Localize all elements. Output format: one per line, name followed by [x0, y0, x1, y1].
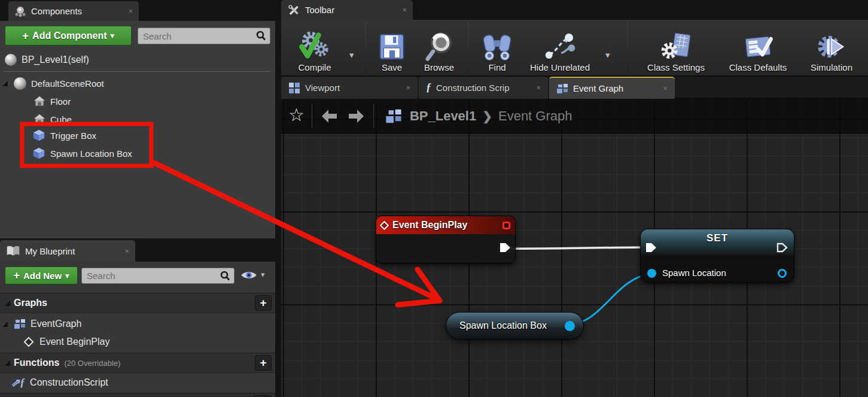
- tab-construction-script[interactable]: ƒ Construction Scrip ×: [419, 77, 548, 99]
- node-header[interactable]: SET: [641, 229, 794, 256]
- graphs-section-label: Graphs: [14, 298, 47, 308]
- expander-arrow-icon[interactable]: [2, 322, 8, 327]
- hide-unrelated-button[interactable]: Hide Unrelated: [522, 20, 598, 75]
- object-output-pin[interactable]: [565, 321, 575, 331]
- node-title: Spawn Location Box: [459, 320, 547, 331]
- tree-item-label: DefaultSceneRoot: [31, 78, 104, 89]
- tab-components-label: Components: [31, 6, 82, 16]
- floppy-icon: [377, 31, 407, 62]
- close-icon[interactable]: ×: [128, 7, 133, 16]
- eye-icon[interactable]: [240, 270, 257, 280]
- add-function-button[interactable]: +: [255, 355, 272, 371]
- class-settings-button[interactable]: Class Settings: [635, 20, 717, 75]
- chevron-down-icon[interactable]: ▾: [261, 270, 265, 279]
- hide-unrelated-chevron-icon[interactable]: ▾: [605, 50, 610, 60]
- hide-unrelated-label: Hide Unrelated: [530, 62, 590, 72]
- event-graph-canvas[interactable]: ☆ BP_Level1 ❯ Event Graph Eve: [281, 99, 868, 397]
- chevron-down-icon: ▾: [111, 31, 115, 40]
- blueprint-editor-window: Components × + Add Component ▾ BP_Level1…: [0, 0, 868, 397]
- tab-my-blueprint[interactable]: My Blueprint ×: [0, 240, 135, 262]
- class-settings-label: Class Settings: [647, 62, 705, 72]
- close-icon[interactable]: ×: [663, 84, 668, 93]
- tab-toolbar[interactable]: Toolbar ×: [281, 0, 413, 20]
- tree-item-cube[interactable]: Cube: [33, 111, 72, 128]
- compile-label: Compile: [298, 62, 331, 72]
- tab-viewport-label: Viewport: [305, 83, 340, 93]
- save-button[interactable]: Save: [371, 20, 413, 75]
- expander-arrow-icon[interactable]: [2, 81, 8, 86]
- toolbar-separator: [627, 22, 628, 74]
- list-item-event-beginplay[interactable]: Event BeginPlay: [23, 334, 109, 350]
- find-button[interactable]: Find: [474, 20, 520, 75]
- expander-arrow-icon[interactable]: [5, 301, 10, 306]
- plus-icon: +: [260, 296, 266, 310]
- tab-toolbar-label: Toolbar: [305, 5, 334, 15]
- add-new-button[interactable]: + Add New ▾: [5, 266, 78, 284]
- exec-output-pin[interactable]: [776, 243, 788, 253]
- tree-item-spawn-location-box[interactable]: Spawn Location Box: [32, 145, 132, 162]
- compile-options-chevron-icon[interactable]: ▾: [349, 50, 354, 60]
- tree-item-defaultsceneroot[interactable]: DefaultSceneRoot: [2, 75, 104, 92]
- my-blueprint-search-input[interactable]: [86, 270, 220, 281]
- left-panel-column: Components × + Add Component ▾ BP_Level1…: [0, 0, 275, 397]
- class-defaults-button[interactable]: Class Defaults: [719, 20, 797, 75]
- list-item-constructionscript[interactable]: ⇗ƒ ConstructionScript: [11, 374, 108, 391]
- close-icon[interactable]: ×: [406, 83, 410, 92]
- tree-item-trigger-box[interactable]: Trigger Box: [32, 127, 96, 144]
- components-search-input[interactable]: [142, 31, 255, 42]
- checklist-icon: [741, 31, 775, 62]
- diamond-icon: [24, 337, 34, 347]
- tab-event-graph[interactable]: Event Graph ×: [549, 77, 675, 99]
- chevron-down-icon: ▾: [65, 271, 69, 280]
- add-graph-button[interactable]: +: [255, 295, 272, 311]
- tab-components[interactable]: Components ×: [8, 1, 139, 21]
- close-icon[interactable]: ×: [402, 5, 407, 14]
- magnifier-icon: [423, 30, 455, 62]
- tab-construction-script-label: Construction Scrip: [436, 83, 510, 93]
- exec-wire[interactable]: [505, 247, 652, 248]
- tree-item-floor[interactable]: Floor: [33, 93, 71, 110]
- node-getter-spawn-location-box[interactable]: Spawn Location Box: [446, 312, 584, 340]
- save-label: Save: [382, 62, 402, 72]
- sphere-icon: [5, 54, 17, 66]
- grid-squares-icon: [288, 82, 300, 94]
- add-new-label: Add New: [23, 271, 62, 281]
- binoculars-icon: [480, 31, 514, 62]
- object-input-pin[interactable]: [647, 269, 656, 278]
- node-graph-icon: [543, 31, 577, 62]
- node-set-spawn-location[interactable]: SET Spawn Location: [640, 229, 794, 283]
- add-component-button[interactable]: + Add Component ▾: [5, 26, 132, 46]
- find-label: Find: [488, 62, 505, 72]
- blue-cube-icon: [32, 147, 45, 160]
- graphs-section-header[interactable]: Graphs +: [0, 293, 275, 313]
- list-item-eventgraph[interactable]: EventGraph: [2, 316, 81, 332]
- node-title: SET: [706, 232, 728, 244]
- components-panel-body: + Add Component ▾ BP_Level1(self) Defaul…: [0, 21, 275, 238]
- exec-output-pin[interactable]: [500, 243, 511, 253]
- plus-icon: +: [260, 356, 266, 369]
- plus-icon: +: [22, 29, 29, 43]
- function-f-icon: ⇗ƒ: [11, 376, 25, 389]
- browse-button[interactable]: Browse: [414, 20, 464, 75]
- node-header[interactable]: Event BeginPlay: [376, 216, 515, 234]
- class-defaults-label: Class Defaults: [729, 62, 787, 72]
- simulation-button[interactable]: Simulation: [799, 20, 864, 75]
- close-icon[interactable]: ×: [124, 247, 129, 256]
- toolbar: Compile ▾ Save Browse Find: [281, 20, 868, 77]
- divider: [4, 71, 270, 72]
- expander-arrow-icon[interactable]: [5, 360, 10, 366]
- pin-label: Spawn Location: [662, 268, 726, 278]
- functions-section-label: Functions: [14, 357, 59, 368]
- close-icon[interactable]: ×: [536, 83, 541, 92]
- self-component-row[interactable]: BP_Level1(self): [5, 51, 89, 69]
- macros-section-header-partial: +: [0, 393, 275, 397]
- tab-viewport[interactable]: Viewport ×: [281, 77, 418, 99]
- search-icon: [220, 271, 230, 281]
- node-event-beginplay[interactable]: Event BeginPlay: [376, 216, 516, 263]
- exec-input-pin[interactable]: [645, 243, 657, 253]
- tab-my-blueprint-label: My Blueprint: [25, 246, 75, 256]
- gear-play-icon: [815, 31, 848, 62]
- functions-section-header[interactable]: Functions (20 Overridable) +: [0, 353, 275, 373]
- compile-button[interactable]: Compile: [286, 20, 343, 75]
- object-output-pin[interactable]: [778, 269, 787, 278]
